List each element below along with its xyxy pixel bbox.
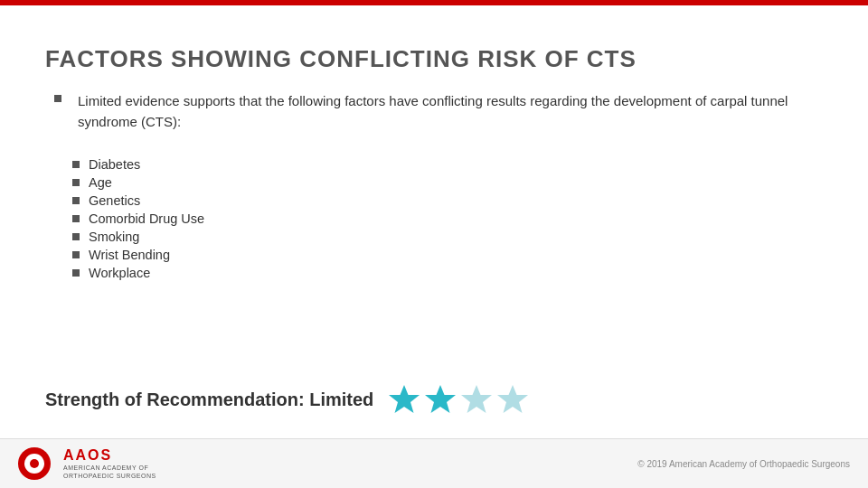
recommendation-section: Strength of Recommendation: Limited xyxy=(45,383,529,416)
bullet-square xyxy=(72,251,80,258)
svg-marker-1 xyxy=(425,385,456,413)
bullet-square xyxy=(72,233,80,240)
star-4 xyxy=(496,383,529,416)
copyright-text: © 2019 American Academy of Orthopaedic S… xyxy=(637,459,850,469)
recommendation-label: Strength of Recommendation: Limited xyxy=(45,389,373,410)
logo-subtitle-line2: Orthopaedic Surgeons xyxy=(63,472,156,480)
bullet-item: Diabetes xyxy=(72,157,823,172)
bullet-label: Age xyxy=(89,175,112,190)
logo-circle-core xyxy=(30,459,39,468)
bullet-label: Comorbid Drug Use xyxy=(89,211,204,226)
slide-title: FACTORS SHOWING CONFLICTING RISK OF CTS xyxy=(45,45,823,73)
svg-marker-2 xyxy=(461,385,492,413)
bullet-square xyxy=(72,269,80,277)
bullet-item: Workplace xyxy=(72,266,823,280)
bullet-item: Age xyxy=(72,175,823,190)
bullet-label: Wrist Bending xyxy=(89,248,170,262)
aaos-logo: AAOS American Academy of Orthopaedic Sur… xyxy=(18,447,156,480)
bullet-square xyxy=(72,161,80,168)
bullet-square xyxy=(72,215,80,222)
bullet-item: Wrist Bending xyxy=(72,248,823,262)
slide: FACTORS SHOWING CONFLICTING RISK OF CTS … xyxy=(0,0,868,488)
bullet-label: Smoking xyxy=(89,230,139,244)
logo-circle-inner xyxy=(24,454,44,474)
logo-subtitle-line1: American Academy of xyxy=(63,464,156,472)
logo-aaos-text: AAOS xyxy=(63,447,156,464)
bullet-item: Comorbid Drug Use xyxy=(72,211,823,226)
intro-bullet-square xyxy=(54,95,61,102)
intro-text: Limited evidence supports that the follo… xyxy=(78,91,823,132)
bullet-item: Smoking xyxy=(72,230,823,244)
intro-bullet: Limited evidence supports that the follo… xyxy=(54,91,823,148)
bullet-item: Genetics xyxy=(72,193,823,208)
svg-marker-3 xyxy=(497,385,528,413)
bullet-square xyxy=(72,179,80,186)
bullet-label: Diabetes xyxy=(89,157,140,172)
star-2 xyxy=(424,383,457,416)
logo-circle-outer xyxy=(18,447,51,480)
stars-container xyxy=(388,383,529,416)
svg-marker-0 xyxy=(389,385,420,413)
footer: AAOS American Academy of Orthopaedic Sur… xyxy=(0,438,868,488)
logo-circles xyxy=(18,447,58,480)
top-bar xyxy=(0,0,868,5)
bullet-square xyxy=(72,197,80,204)
star-3 xyxy=(460,383,493,416)
bullet-label: Genetics xyxy=(89,193,140,208)
bullet-list: DiabetesAgeGeneticsComorbid Drug UseSmok… xyxy=(72,157,823,280)
star-1 xyxy=(388,383,420,416)
logo-text-block: AAOS American Academy of Orthopaedic Sur… xyxy=(63,447,156,480)
bullet-label: Workplace xyxy=(89,266,150,280)
